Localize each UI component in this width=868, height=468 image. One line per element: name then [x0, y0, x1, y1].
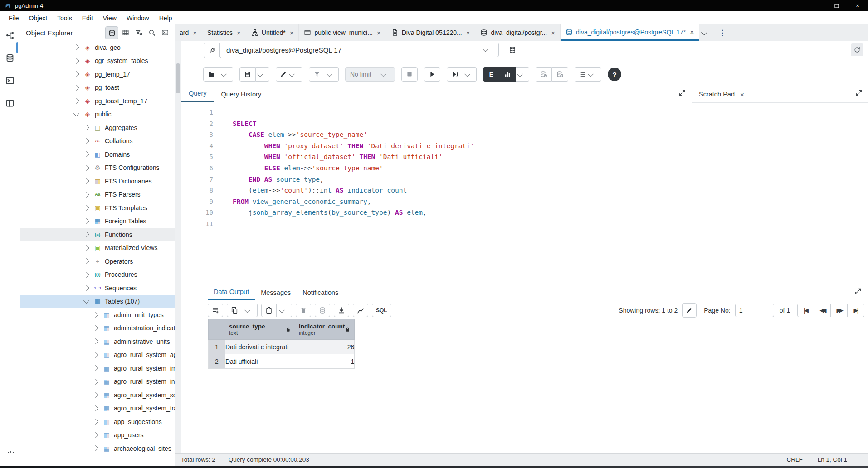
- tab-close-icon[interactable]: ×: [377, 29, 381, 37]
- output-tab-messages[interactable]: Messages: [255, 285, 297, 300]
- row-limit-select[interactable]: No limit: [345, 67, 395, 82]
- oe-grid-button[interactable]: [119, 26, 132, 39]
- tree-chevron-icon[interactable]: [83, 272, 89, 278]
- tree-chevron-icon[interactable]: [73, 71, 79, 77]
- tree-chevron-icon[interactable]: [83, 138, 89, 144]
- results-grid[interactable]: source_typetextindicator_countinteger1Da…: [208, 319, 355, 369]
- tree-item[interactable]: ◈public: [20, 108, 175, 121]
- editor-tab[interactable]: Statistics×: [202, 24, 246, 41]
- first-page-button[interactable]: |◀: [797, 304, 814, 317]
- editor-vertical-scrollbar[interactable]: [175, 41, 181, 453]
- delete-row-button[interactable]: [296, 304, 311, 317]
- oe-terminal-button[interactable]: [159, 26, 171, 39]
- connections-icon[interactable]: [5, 30, 15, 41]
- tree-item[interactable]: ▤Aggregates: [20, 121, 175, 135]
- close-button[interactable]: ×: [847, 0, 868, 11]
- save-file-menu-button[interactable]: [256, 67, 269, 82]
- tree-item[interactable]: ▦agro_rural_system_agro_foo: [20, 348, 175, 362]
- tree-chevron-icon[interactable]: [93, 445, 98, 451]
- tree-item[interactable]: ◈pg_toast: [20, 81, 175, 95]
- tree-item[interactable]: {≡}Functions: [20, 228, 175, 241]
- tree-item[interactable]: ◧Domains: [20, 148, 175, 161]
- column-header[interactable]: source_typetext: [225, 319, 295, 340]
- execute-menu-button[interactable]: [463, 67, 477, 82]
- reset-layout-button[interactable]: [851, 43, 863, 56]
- tree-item[interactable]: {()}Procedures: [20, 268, 175, 282]
- add-row-button[interactable]: [208, 304, 223, 317]
- new-connection-button[interactable]: [504, 43, 521, 57]
- editor-tab[interactable]: ard×: [175, 24, 202, 41]
- filter-button[interactable]: [309, 67, 325, 82]
- tree-item[interactable]: ◈pg_toast_temp_17: [20, 94, 175, 108]
- tree-chevron-icon[interactable]: [83, 232, 89, 237]
- tree-chevron-icon[interactable]: [93, 392, 98, 398]
- scratch-pad-close-icon[interactable]: ×: [740, 91, 744, 98]
- menu-item-help[interactable]: Help: [154, 14, 177, 22]
- explain-analyze-button[interactable]: [499, 67, 516, 82]
- tree-chevron-icon[interactable]: [83, 298, 89, 304]
- download-results-button[interactable]: [334, 304, 349, 317]
- tree-chevron-icon[interactable]: [73, 111, 79, 116]
- execute-script-button[interactable]: [447, 67, 463, 82]
- copy-menu-button[interactable]: [242, 304, 258, 317]
- scratch-pad-body[interactable]: [692, 103, 868, 280]
- column-header[interactable]: indicator_countinteger: [295, 319, 355, 340]
- tree-item[interactable]: ▣Materialized Views: [20, 241, 175, 255]
- execute-button[interactable]: [424, 67, 440, 82]
- cancel-query-button[interactable]: [401, 67, 418, 82]
- menu-item-edit[interactable]: Edit: [77, 14, 98, 22]
- expand-icon[interactable]: [678, 89, 686, 96]
- connection-select[interactable]: diva_digital/postgres@PostgreSQL 17: [219, 43, 499, 57]
- cell[interactable]: 1: [295, 354, 355, 369]
- tab-close-icon[interactable]: ×: [466, 29, 470, 37]
- kebab-menu-icon[interactable]: ⋮: [718, 28, 726, 38]
- row-number[interactable]: 2: [209, 354, 225, 369]
- output-tab-data-output[interactable]: Data Output: [208, 285, 255, 300]
- tree-chevron-icon[interactable]: [73, 85, 79, 91]
- tree-chevron-icon[interactable]: [83, 125, 89, 130]
- query-subtab-query[interactable]: Query: [181, 86, 214, 102]
- copy-button[interactable]: [227, 304, 242, 317]
- tree-chevron-icon[interactable]: [83, 192, 89, 198]
- menu-item-view[interactable]: View: [98, 14, 122, 22]
- maximize-button[interactable]: [826, 0, 847, 11]
- tree-chevron-icon[interactable]: [83, 165, 89, 171]
- tree-item[interactable]: ◈ogr_system_tables: [20, 54, 175, 68]
- cell[interactable]: Dati ufficiali: [225, 354, 295, 369]
- editor-tab[interactable]: diva_digital/postgr...×: [475, 24, 561, 41]
- tree-chevron-icon[interactable]: [93, 405, 98, 411]
- tree-chevron-icon[interactable]: [73, 98, 79, 104]
- tree-item[interactable]: ▦agro_rural_system_sources: [20, 388, 175, 402]
- save-data-button[interactable]: [315, 304, 330, 317]
- tree-chevron-icon[interactable]: [83, 245, 89, 251]
- menu-item-file[interactable]: File: [4, 14, 24, 22]
- filter-menu-button[interactable]: [325, 67, 339, 82]
- tree-chevron-icon[interactable]: [83, 285, 89, 291]
- graph-visualiser-button[interactable]: [353, 304, 368, 317]
- tree-item[interactable]: ▦Tables (107): [20, 295, 175, 309]
- explain-menu-button[interactable]: [516, 67, 529, 82]
- tab-close-icon[interactable]: ×: [290, 29, 294, 37]
- help-button[interactable]: ?: [608, 68, 621, 81]
- menu-item-tools[interactable]: Tools: [52, 14, 77, 22]
- tab-close-icon[interactable]: ×: [551, 29, 555, 37]
- database-icon[interactable]: [5, 53, 15, 63]
- menu-item-object[interactable]: Object: [24, 14, 52, 22]
- tab-close-icon[interactable]: ×: [237, 29, 241, 37]
- tree-chevron-icon[interactable]: [83, 258, 89, 264]
- tree-item[interactable]: ▥FTS Dictionaries: [20, 174, 175, 188]
- next-page-button[interactable]: ▶▶: [831, 304, 848, 317]
- tree-item[interactable]: ▦admin_unit_types: [20, 308, 175, 322]
- tree-chevron-icon[interactable]: [93, 325, 98, 331]
- tree-chevron-icon[interactable]: [83, 178, 89, 184]
- oe-database-button[interactable]: [105, 26, 118, 39]
- tree-item[interactable]: AaFTS Parsers: [20, 188, 175, 202]
- menu-item-window[interactable]: Window: [122, 14, 154, 22]
- paste-menu-button[interactable]: [277, 304, 292, 317]
- editor-tab[interactable]: public.view_munici...×: [299, 24, 386, 41]
- tree-chevron-icon[interactable]: [93, 419, 98, 425]
- minimize-button[interactable]: –: [805, 0, 826, 11]
- explain-button[interactable]: E: [483, 67, 499, 82]
- tree-item[interactable]: ▦app_users: [20, 429, 175, 442]
- oe-filter-button[interactable]: [132, 26, 145, 39]
